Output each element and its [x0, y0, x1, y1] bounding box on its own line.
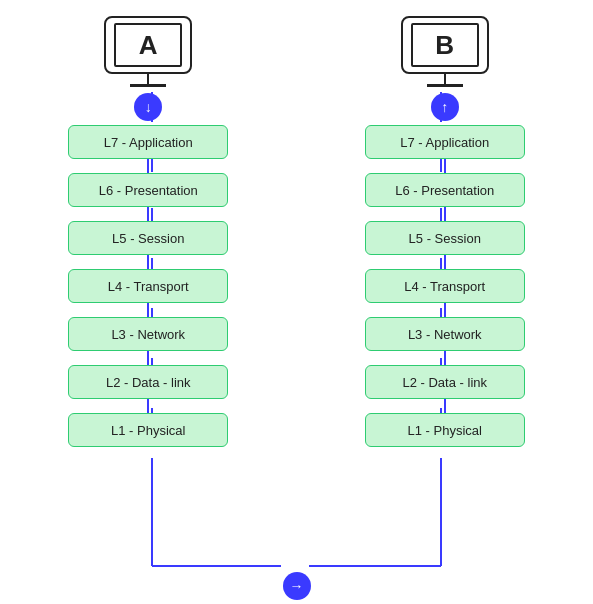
connector [444, 303, 446, 317]
bottom-arrow-right: → [283, 572, 311, 600]
layer-a-1-box: L1 - Physical [68, 413, 228, 447]
monitor-a-base [130, 84, 166, 87]
right-arrow-icon: → [283, 572, 311, 600]
column-b: B ↑ L7 - Application [345, 16, 545, 447]
layer-a-4: L4 - Transport [68, 269, 228, 303]
connector [147, 159, 149, 173]
layer-b-1-box: L1 - Physical [365, 413, 525, 447]
layers-a: L7 - Application L6 - Presentation L5 - … [68, 125, 228, 447]
layer-b-6: L6 - Presentation [365, 173, 525, 207]
connector [147, 351, 149, 365]
layer-b-2-box: L2 - Data - link [365, 365, 525, 399]
arrow-a-down: ↓ [134, 93, 162, 121]
connector [147, 303, 149, 317]
layer-a-2: L2 - Data - link [68, 365, 228, 399]
layer-b-3-box: L3 - Network [365, 317, 525, 351]
layer-b-7-box: L7 - Application [365, 125, 525, 159]
computer-a-label: A [139, 30, 158, 61]
monitor-a-inner: A [114, 23, 182, 67]
connector [147, 207, 149, 221]
monitor-b-screen: B [401, 16, 489, 74]
monitor-b-inner: B [411, 23, 479, 67]
monitor-b-neck [444, 74, 446, 84]
osi-diagram: A ↓ L7 - Application [0, 0, 593, 604]
layer-b-4-box: L4 - Transport [365, 269, 525, 303]
arrow-b-up: ↑ [431, 93, 459, 121]
connector [444, 351, 446, 365]
layer-b-1: L1 - Physical [365, 413, 525, 447]
layer-b-5-box: L5 - Session [365, 221, 525, 255]
layer-a-5-box: L5 - Session [68, 221, 228, 255]
connector [444, 207, 446, 221]
layer-a-6: L6 - Presentation [68, 173, 228, 207]
layer-a-3: L3 - Network [68, 317, 228, 351]
layer-b-6-box: L6 - Presentation [365, 173, 525, 207]
monitor-b-base [427, 84, 463, 87]
layer-b-7: L7 - Application [365, 125, 525, 159]
layer-b-2: L2 - Data - link [365, 365, 525, 399]
layer-a-4-box: L4 - Transport [68, 269, 228, 303]
layer-a-3-box: L3 - Network [68, 317, 228, 351]
layer-a-1: L1 - Physical [68, 413, 228, 447]
connector [147, 399, 149, 413]
layers-b: L7 - Application L6 - Presentation L5 - … [365, 125, 525, 447]
monitor-a-neck [147, 74, 149, 84]
layer-a-7: L7 - Application [68, 125, 228, 159]
computer-a: A [104, 16, 192, 87]
connector [444, 399, 446, 413]
up-arrow-icon: ↑ [431, 93, 459, 121]
connector [444, 255, 446, 269]
layer-b-5: L5 - Session [365, 221, 525, 255]
layer-a-2-box: L2 - Data - link [68, 365, 228, 399]
column-a: A ↓ L7 - Application [48, 16, 248, 447]
layer-b-3: L3 - Network [365, 317, 525, 351]
connector [147, 255, 149, 269]
connector [444, 159, 446, 173]
layer-a-7-box: L7 - Application [68, 125, 228, 159]
layer-b-4: L4 - Transport [365, 269, 525, 303]
layer-a-6-box: L6 - Presentation [68, 173, 228, 207]
monitor-a-screen: A [104, 16, 192, 74]
computer-b: B [401, 16, 489, 87]
layer-a-5: L5 - Session [68, 221, 228, 255]
down-arrow-icon: ↓ [134, 93, 162, 121]
computer-b-label: B [435, 30, 454, 61]
